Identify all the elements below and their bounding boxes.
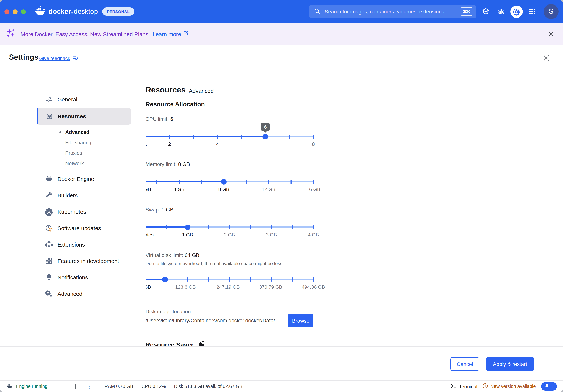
terminal-button[interactable]: Terminal — [451, 383, 477, 390]
slider-tick — [193, 134, 194, 139]
global-search[interactable]: ⌘K — [309, 5, 476, 18]
sidebar-item-advanced[interactable]: Advanced — [37, 285, 131, 302]
sidebar-subitem-label: File sharing — [65, 140, 91, 145]
sidebar-item-software-updates[interactable]: Software updates — [37, 220, 131, 236]
terminal-icon — [451, 383, 457, 390]
sidebar-subitem-proxies[interactable]: Proxies — [37, 148, 131, 158]
sidebar-item-general[interactable]: General — [37, 91, 131, 108]
academy-icon[interactable] — [480, 6, 492, 18]
bell-icon — [545, 383, 549, 389]
sidebar-item-docker-engine[interactable]: Docker Engine — [37, 170, 131, 187]
plan-badge: PERSONAL — [102, 7, 134, 16]
resource-saver-heading: Resource Saver — [145, 340, 205, 346]
settings-close-icon[interactable] — [542, 53, 551, 62]
minimize-window-button[interactable] — [13, 9, 18, 14]
cpu-limit-axis-label: 8 — [312, 141, 315, 147]
cpu-limit-slider-thumb[interactable] — [263, 134, 268, 139]
cancel-button[interactable]: Cancel — [450, 357, 479, 371]
browse-button[interactable]: Browse — [288, 314, 313, 328]
slider-tick — [246, 180, 247, 184]
learn-more-link[interactable]: Learn more — [153, 31, 181, 37]
wrench-icon — [45, 191, 53, 199]
user-avatar[interactable]: S — [544, 4, 559, 19]
give-feedback-link[interactable]: Give feedback — [39, 55, 78, 62]
slider-tick — [229, 277, 230, 281]
settings-gear-icon[interactable] — [510, 5, 523, 18]
apps-grid-icon[interactable] — [526, 6, 538, 18]
sidebar-subitem-advanced[interactable]: Advanced — [37, 127, 131, 137]
swap-axis-label: 0 Bytes — [145, 232, 154, 238]
resource-saver-whale-icon — [193, 340, 205, 346]
close-window-button[interactable] — [4, 9, 9, 14]
sidebar-item-resources[interactable]: Resources — [37, 108, 131, 125]
memory-limit-slider-thumb[interactable] — [221, 179, 227, 184]
engine-whale-icon — [6, 382, 13, 390]
slider-fill — [145, 136, 266, 137]
memory-limit-axis-label: 4 GB — [174, 187, 184, 192]
engine-status: Engine running — [16, 384, 47, 389]
zoom-window-button[interactable] — [21, 9, 26, 14]
cpu-limit-axis-label: 1 — [145, 141, 147, 147]
sidebar-item-notifications[interactable]: Notifications — [37, 269, 131, 285]
notifications-badge[interactable]: 1 — [541, 382, 557, 391]
disk-image-path[interactable]: /Users/kalo/Library/Containers/com.docke… — [145, 317, 286, 325]
swap-axis-label: 3 GB — [266, 232, 277, 238]
slider-tick — [145, 180, 146, 184]
kebab-menu-icon[interactable]: ⋮ — [87, 384, 92, 389]
grid2x2-icon — [45, 257, 53, 265]
ram-usage: RAM 0.70 GB — [104, 384, 133, 389]
sidebar-item-label: General — [57, 96, 77, 102]
disk-image-location-label: Disk image location — [145, 308, 191, 315]
sidebar-item-label: Advanced — [57, 290, 82, 297]
gears-icon — [45, 290, 53, 298]
slider-tick — [313, 134, 314, 139]
sidebar-subitem-label: Network — [65, 161, 84, 166]
sidebar-subitem-label: Advanced — [65, 129, 89, 135]
docker-desktop-window: docker®desktop PERSONAL ⌘K S More Docker… — [0, 0, 563, 392]
banner-message: More Docker. Easy Access. New Streamline… — [21, 31, 150, 37]
sidebar-item-builders[interactable]: Builders — [37, 187, 131, 203]
slider-tick — [268, 180, 269, 184]
virtual-disk-limit-slider-thumb[interactable] — [162, 277, 168, 282]
feedback-icon — [72, 55, 78, 62]
sidebar-item-label: Kubernetes — [57, 208, 86, 215]
docker-logo: docker®desktop — [34, 5, 98, 18]
pause-icon[interactable] — [75, 384, 78, 389]
info-icon — [483, 383, 488, 390]
sidebar-subitem-network[interactable]: Network — [37, 158, 131, 169]
sparkles-icon — [6, 28, 16, 40]
slider-tick — [145, 225, 146, 229]
section-heading: Resource Allocation — [145, 101, 205, 108]
memory-limit-label: Memory limit:8 GB — [145, 161, 190, 167]
swap-slider-thumb[interactable] — [185, 224, 190, 230]
virtual-disk-limit-axis-label: 370.79 GB — [259, 284, 282, 290]
cpu-limit-label: CPU limit:6 — [145, 116, 173, 122]
banner-close-icon[interactable] — [546, 29, 555, 38]
slider-tick — [217, 134, 218, 139]
engine-icon — [45, 175, 53, 183]
cpu-usage: CPU 0.12% — [141, 384, 166, 389]
settings-header: Settings Give feedback — [0, 45, 563, 71]
cpu-limit-axis-label: 4 — [216, 141, 219, 147]
slider-tick — [271, 277, 272, 281]
bug-report-icon[interactable] — [495, 6, 507, 18]
memory-limit-axis-label: 12 GB — [262, 187, 276, 192]
swap-axis-label: 1 GB — [182, 232, 193, 238]
sidebar-subitem-file-sharing[interactable]: File sharing — [37, 137, 131, 148]
slider-tick — [166, 225, 167, 229]
new-version-notice[interactable]: New version available — [483, 383, 536, 390]
swap-axis-label: 4 GB — [308, 232, 319, 238]
sidebar-item-kubernetes[interactable]: Kubernetes — [37, 203, 131, 220]
slider-tick — [271, 225, 272, 229]
slider-tick — [292, 277, 293, 281]
slider-tick — [291, 180, 292, 184]
cpu-limit-tooltip: 6 — [261, 123, 270, 131]
search-input[interactable] — [324, 8, 460, 15]
bell-icon — [45, 273, 53, 281]
sidebar-item-features-in-development[interactable]: Features in development — [37, 253, 131, 269]
sidebar-item-extensions[interactable]: Extensions — [37, 236, 131, 253]
memory-limit-axis-label: 16 GB — [307, 187, 320, 192]
apply-restart-button[interactable]: Apply & restart — [486, 357, 534, 371]
sidebar-subitem-label: Proxies — [65, 150, 82, 156]
kubernetes-icon — [45, 207, 53, 215]
